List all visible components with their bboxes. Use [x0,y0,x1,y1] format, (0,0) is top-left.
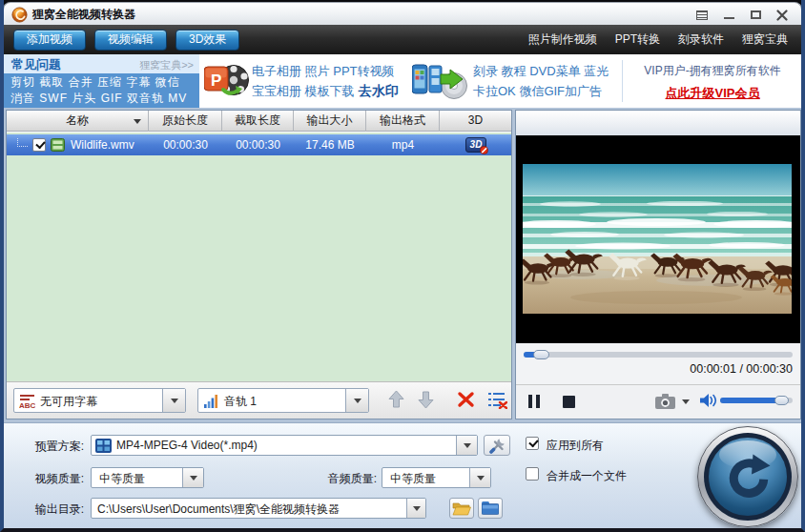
output-dir-dropdown-button[interactable] [406,499,425,518]
subtitle-icon: ABC [19,394,35,409]
file-list-header: 名称 原始长度 截取长度 输出大小 输出格式 3D [7,111,511,132]
app-logo-icon [11,7,28,23]
output-dir-label: 输出目录: [8,501,84,518]
audio-track-icon [203,394,217,409]
preset-settings-button[interactable] [484,435,510,456]
column-header-name[interactable]: 名称 [7,111,149,132]
column-header-output-size[interactable]: 输出大小 [294,111,366,132]
promo2-text[interactable]: 刻录 教程 DVD菜单 蓝光 卡拉OK 微信GIF加广告 [473,61,609,101]
file-cut-length: 00:00:30 [222,138,294,152]
menu-burn-software[interactable]: 刻录软件 [678,31,724,48]
video-display[interactable] [516,135,800,343]
video-quality-label: 视频质量: [8,471,84,487]
promo1-text[interactable]: 电子相册 照片 PPT转视频 宝宝相册 模板下载去水印 [252,61,399,101]
column-header-cut-length[interactable]: 截取长度 [222,111,294,132]
faq-more-link[interactable]: 狸窝宝典>> [139,58,194,72]
tools-wrench-icon [489,438,506,454]
output-dir-value: C:\Users\User\Documents\狸窝\全能视频转换器 [97,501,340,518]
close-button[interactable] [773,8,792,22]
add-video-button[interactable]: 添加视频 [13,30,86,51]
remove-file-button[interactable] [457,391,475,408]
table-row[interactable]: Wildlife.wmv 00:00:30 00:00:30 17.46 MB … [7,134,511,155]
pause-button[interactable] [528,395,540,408]
subtitle-dropdown-button[interactable] [162,389,185,412]
preview-header [516,111,800,135]
merge-files-checkbox[interactable] [526,467,539,481]
faq-title[interactable]: 常见问题 [11,56,61,73]
video-quality-select[interactable]: 中等质量 [91,467,204,488]
audio-track-select[interactable]: 音轨 1 [197,388,369,413]
preset-dropdown-button[interactable] [456,436,477,455]
effect-3d-button[interactable]: 3D效果 [175,30,239,51]
stop-button[interactable] [563,396,575,408]
video-quality-dropdown-button[interactable] [182,468,203,487]
chevron-down-icon [354,399,361,403]
playback-progress-bar[interactable] [524,352,793,358]
promo1-line1[interactable]: 电子相册 照片 PPT转视频 [252,61,399,81]
video-file-icon [51,138,65,152]
column-name-label: 名称 [66,113,89,127]
clear-list-button[interactable] [487,391,507,409]
list-toolbar: ABC 无可用字幕 音轨 1 [7,381,511,419]
video-quality-value: 中等质量 [99,471,145,487]
close-icon [776,10,788,21]
menu-ppt-convert[interactable]: PPT转换 [615,31,660,48]
progress-handle[interactable] [533,350,549,359]
tag-line-2[interactable]: 消音 SWF 片头 GIF 双音轨 MV [10,91,199,107]
file-original-length: 00:00:30 [149,138,222,152]
move-up-button[interactable] [388,390,404,409]
svg-text:P: P [211,72,221,90]
start-convert-button[interactable] [697,426,798,527]
promo1-watermark-link[interactable]: 去水印 [359,83,399,98]
row-checkbox[interactable] [32,138,46,152]
toolbar-menu: 照片制作视频 PPT转换 刻录软件 狸窝宝典 [528,25,788,54]
video-edit-button[interactable]: 视频编辑 [94,30,167,51]
tag-line-1[interactable]: 剪切 截取 合并 压缩 字幕 微信 [10,74,199,91]
column-header-3d[interactable]: 3D [440,111,511,132]
merge-files-label[interactable]: 合并成一个文件 [547,468,627,484]
subtitle-select[interactable]: ABC 无可用字幕 [13,388,186,413]
menu-icon [696,10,708,20]
snapshot-camera-button[interactable] [655,394,676,409]
player-controls [516,384,800,419]
column-header-original-length[interactable]: 原始长度 [149,111,222,132]
promo2-line1[interactable]: 刻录 教程 DVD菜单 蓝光 [473,61,609,81]
volume-speaker-icon[interactable] [700,393,717,408]
chevron-down-icon [171,399,178,403]
audio-track-select-value: 音轨 1 [224,394,257,410]
audio-quality-dropdown-button[interactable] [469,468,490,487]
vip-upgrade-link[interactable]: 点此升级VIP会员 [624,85,801,102]
apply-all-checkbox[interactable] [526,437,539,450]
promo2-line2[interactable]: 卡拉OK 微信GIF加广告 [473,81,609,101]
menu-leawo-baodian[interactable]: 狸窝宝典 [742,31,788,48]
window-menu-button[interactable] [692,8,712,22]
volume-handle[interactable] [774,396,789,405]
preset-label: 预置方案: [8,439,84,455]
playback-time: 00:00:01 / 00:00:30 [690,362,793,376]
sort-arrow-icon [134,119,141,124]
output-dir-field[interactable]: C:\Users\User\Documents\狸窝\全能视频转换器 [91,498,426,519]
promo1-line2-text[interactable]: 宝宝相册 模板下载 [252,84,355,98]
preset-select-value: MP4-MPEG-4 Video(*.mp4) [116,439,258,452]
menu-photo-to-video[interactable]: 照片制作视频 [528,31,597,48]
move-down-button[interactable] [418,390,434,409]
column-header-output-format[interactable]: 输出格式 [366,111,440,132]
preset-select[interactable]: MP4-MPEG-4 Video(*.mp4) [91,435,478,456]
maximize-button[interactable] [746,8,765,22]
volume-slider[interactable] [720,398,793,403]
row-3d-toggle[interactable]: 3D [465,137,486,153]
promo1-line2[interactable]: 宝宝相册 模板下载去水印 [252,81,399,101]
snapshot-dropdown-arrow[interactable] [682,399,690,404]
faq-header: 常见问题 狸窝宝典>> [4,54,199,73]
apply-all-label[interactable]: 应用到所有 [547,438,604,454]
open-folder-button[interactable] [449,498,474,519]
feature-tag-cloud[interactable]: 剪切 截取 合并 压缩 字幕 微信 消音 SWF 片头 GIF 双音轨 MV [4,73,199,108]
browse-folder-button[interactable] [478,498,503,519]
open-folder-icon [452,501,471,516]
audio-track-dropdown-button[interactable] [345,389,368,412]
audio-quality-select[interactable]: 中等质量 [382,467,491,488]
file-list[interactable]: Wildlife.wmv 00:00:30 00:00:30 17.46 MB … [7,133,511,381]
add-video-label: 添加视频 [27,31,72,48]
minimize-button[interactable] [719,8,738,22]
chevron-down-icon [190,476,197,481]
